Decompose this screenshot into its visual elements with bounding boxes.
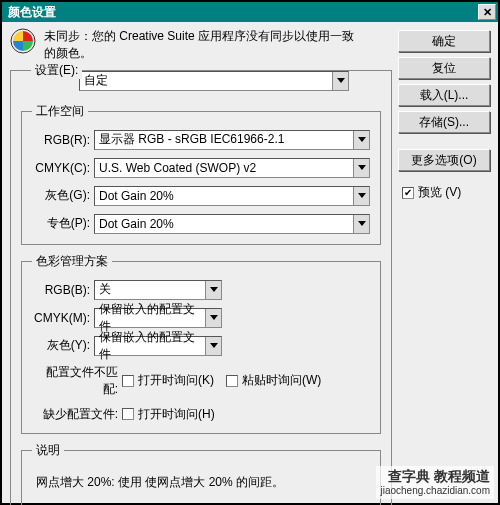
- description-legend: 说明: [32, 442, 64, 459]
- color-settings-dialog: 颜色设置 ✕ 未同步：您的 Creative Suite 应用程序没有同步以使用: [0, 0, 500, 505]
- workspace-legend: 工作空间: [32, 103, 88, 120]
- workspace-gray-select[interactable]: Dot Gain 20%: [94, 186, 370, 206]
- settings-select[interactable]: 自定: [79, 71, 349, 91]
- window-title: 颜色设置: [8, 4, 56, 21]
- chevron-down-icon: [353, 131, 369, 149]
- load-button[interactable]: 载入(L)...: [398, 84, 490, 106]
- ok-button[interactable]: 确定: [398, 30, 490, 52]
- checkbox-checked-icon: ✔: [402, 187, 414, 199]
- sync-warning: 未同步：您的 Creative Suite 应用程序没有同步以使用一致 的颜色。: [10, 28, 392, 62]
- policy-group: 色彩管理方案 RGB(B): 关 CMYK(M): 保留嵌入的配置文件: [21, 253, 381, 434]
- missing-label: 缺少配置文件:: [32, 406, 122, 423]
- close-icon: ✕: [483, 6, 492, 19]
- preview-checkbox[interactable]: ✔ 预览 (V): [402, 184, 461, 201]
- checkbox-icon: [122, 375, 134, 387]
- checkbox-icon: [122, 408, 134, 420]
- chevron-down-icon: [205, 309, 221, 327]
- sync-text-line2: 的颜色。: [44, 45, 354, 62]
- policy-legend: 色彩管理方案: [32, 253, 112, 270]
- chevron-down-icon: [205, 281, 221, 299]
- settings-value: 自定: [84, 72, 108, 89]
- policy-gray-select[interactable]: 保留嵌入的配置文件: [94, 336, 222, 356]
- save-button[interactable]: 存储(S)...: [398, 111, 490, 133]
- mismatch-open-checkbox[interactable]: 打开时询问(K): [122, 372, 214, 389]
- policy-rgb-label: RGB(B):: [32, 283, 94, 297]
- chevron-down-icon: [353, 159, 369, 177]
- reset-button[interactable]: 复位: [398, 57, 490, 79]
- cmyk-label: CMYK(C):: [32, 161, 94, 175]
- policy-gray-label: 灰色(Y):: [32, 337, 94, 354]
- workspace-group: 工作空间 RGB(R): 显示器 RGB - sRGB IEC61966-2.1…: [21, 103, 381, 245]
- close-button[interactable]: ✕: [478, 4, 496, 20]
- chevron-down-icon: [353, 187, 369, 205]
- spot-label: 专色(P):: [32, 215, 94, 232]
- mismatch-label: 配置文件不匹配:: [32, 364, 122, 398]
- policy-cmyk-label: CMYK(M):: [32, 311, 94, 325]
- titlebar: 颜色设置 ✕: [2, 2, 498, 22]
- gray-label: 灰色(G):: [32, 187, 94, 204]
- workspace-cmyk-select[interactable]: U.S. Web Coated (SWOP) v2: [94, 158, 370, 178]
- mismatch-paste-checkbox[interactable]: 粘贴时询问(W): [226, 372, 321, 389]
- description-group: 说明 网点增大 20%: 使用 使网点增大 20% 的间距。: [21, 442, 381, 505]
- chevron-down-icon: [205, 337, 221, 355]
- more-options-button[interactable]: 更多选项(O): [398, 149, 490, 171]
- watermark: 查字典 教程频道 jiaocheng.chazidian.com: [376, 466, 494, 499]
- chevron-down-icon: [353, 215, 369, 233]
- policy-rgb-select[interactable]: 关: [94, 280, 222, 300]
- sync-text-line1: 未同步：您的 Creative Suite 应用程序没有同步以使用一致: [44, 28, 354, 45]
- description-text: 网点增大 20%: 使用 使网点增大 20% 的间距。: [32, 469, 370, 505]
- policy-cmyk-select[interactable]: 保留嵌入的配置文件: [94, 308, 222, 328]
- workspace-spot-select[interactable]: Dot Gain 20%: [94, 214, 370, 234]
- workspace-rgb-select[interactable]: 显示器 RGB - sRGB IEC61966-2.1: [94, 130, 370, 150]
- settings-label: 设置(E):: [31, 62, 82, 79]
- chevron-down-icon: [332, 72, 348, 90]
- rgb-label: RGB(R):: [32, 133, 94, 147]
- sync-warning-icon: [10, 28, 36, 62]
- missing-open-checkbox[interactable]: 打开时询问(H): [122, 406, 215, 423]
- checkbox-icon: [226, 375, 238, 387]
